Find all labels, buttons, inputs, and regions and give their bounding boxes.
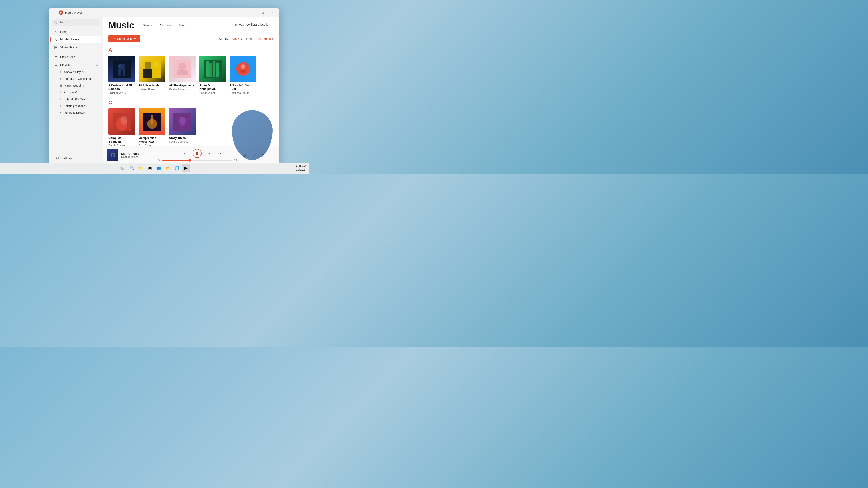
sidebar-item-video-label: Video library [60, 46, 77, 49]
progress-bar-area: 1:24 3:29 [156, 159, 239, 162]
taskbar-search[interactable]: 🔍 [128, 164, 136, 172]
sidebar-item-video-library[interactable]: ▣ Video library [50, 43, 101, 51]
play-pause-button[interactable]: ⏸ [193, 149, 202, 158]
next-button[interactable]: ⏭ [205, 150, 213, 157]
back-button[interactable]: ← [52, 9, 58, 16]
genre-filter[interactable]: Genre: All genres ∨ [246, 37, 274, 40]
album-card-all-arguments[interactable]: All The Arguments Ginger Teenager [169, 56, 196, 94]
shuffle-play-button[interactable]: ⇄ Shuffle & play [108, 35, 140, 42]
svg-rect-14 [177, 70, 188, 74]
queue-icon: ≡ [54, 55, 58, 59]
sidebar-item-pop-label: Pop Music Collection [64, 77, 91, 80]
genre-value: All genres [258, 37, 271, 40]
genre-label: Genre: [246, 37, 255, 40]
sidebar-item-play-queue[interactable]: ≡ Play queue [50, 53, 101, 61]
taskbar-teams[interactable]: 👥 [155, 164, 163, 172]
svg-point-23 [240, 70, 246, 73]
svg-rect-32 [180, 117, 185, 126]
svg-rect-3 [121, 65, 121, 66]
sidebar-item-music-label: Music library [60, 38, 79, 41]
content-title-area: Music Songs Albums Artists [108, 21, 191, 30]
album-artist-complete-strangers: Corbin Revival [108, 144, 135, 146]
album-name-complete-strangers: Complete Strangers [108, 136, 135, 144]
album-art-a-certain [108, 56, 135, 82]
now-playing-title: Manic Trust [121, 152, 153, 156]
svg-point-7 [121, 67, 123, 70]
tab-albums[interactable]: Albums [156, 22, 175, 29]
album-card-complete-strangers[interactable]: Complete Strangers Corbin Revival [108, 108, 135, 146]
taskbar-media[interactable]: ▶ [182, 164, 190, 172]
sidebar-item-settings[interactable]: ⚙ Settings [52, 154, 100, 162]
sidebar-item-settings-label: Settings [61, 157, 72, 160]
minimize-button[interactable]: — [249, 9, 258, 16]
album-name-all-i-have: All I Have Is Me [139, 84, 165, 87]
progress-fill [162, 160, 190, 161]
album-art-image-8 [169, 108, 196, 135]
svg-rect-6 [121, 70, 123, 76]
album-art-all-arguments [169, 56, 196, 82]
taskbar-right: 9:28 AM 10/6/21 [296, 165, 306, 171]
search-bar[interactable]: 🔍 [52, 20, 100, 26]
current-time: 1:24 [156, 159, 160, 162]
album-card-crazy-times[interactable]: Crazy Times Saving Gabrielle [169, 108, 196, 146]
taskbar-edge[interactable]: 🌐 [173, 164, 181, 172]
start-button[interactable]: ⊞ [119, 164, 127, 172]
sidebar-item-fantastic[interactable]: ♪ Fantastic Dream [50, 109, 101, 116]
page-title: Music [108, 21, 134, 30]
albums-row-a: A Certain Kind Of Emotion Flight of Venu… [108, 56, 274, 94]
sidebar-item-home[interactable]: ⌂ Home [50, 28, 101, 35]
previous-button[interactable]: ⏮ [182, 150, 189, 157]
sidebar-item-upbeat-label: Upbeat 80's Groove [64, 97, 90, 101]
sidebar-item-kims-wedding[interactable]: ▣ Kim's Wedding [50, 82, 101, 89]
album-card-all-i-have[interactable]: All I Have Is Me Kicking Gloves [139, 56, 165, 94]
sort-by-filter[interactable]: Sort by: A to Z ∨ [219, 37, 242, 40]
album-art-image-4 [199, 56, 226, 82]
sidebar-item-workout[interactable]: ♪ Workout Playlist [50, 69, 101, 75]
sort-by-value: A to Z [232, 37, 239, 40]
chevron-up-icon: ∧ [96, 63, 98, 66]
album-name-all-arguments: All The Arguments [169, 84, 196, 87]
maximize-button[interactable]: □ [258, 9, 267, 16]
sidebar-nav: ⌂ Home ♫ Music library ▣ Video library ≡ [49, 28, 103, 152]
playback-controls: ⇄ ⏮ ⏸ ⏭ ↻ [171, 149, 223, 158]
svg-point-13 [178, 63, 186, 71]
settings-icon: ⚙ [55, 156, 59, 160]
add-library-button[interactable]: ⊕ Add new library location [231, 21, 274, 28]
close-button[interactable]: ✕ [268, 9, 277, 16]
search-input[interactable] [59, 21, 98, 24]
album-art-compromise [139, 108, 165, 135]
album-card-ardor[interactable]: Ardor & Anticipation Pointlessknot [199, 56, 226, 94]
window-controls: — □ ✕ [249, 9, 277, 16]
album-card-a-certain[interactable]: A Certain Kind Of Emotion Flight of Venu… [108, 56, 135, 94]
svg-point-22 [241, 64, 245, 69]
album-artist-a-certain: Flight of Venus [108, 92, 135, 94]
sidebar-item-pop-music[interactable]: ♪ Pop Music Collection [50, 75, 101, 82]
taskbar-files[interactable]: 📂 [164, 164, 172, 172]
tab-songs[interactable]: Songs [140, 22, 156, 29]
shuffle-button[interactable]: ⇄ [171, 150, 178, 157]
sidebar-item-uplifting[interactable]: ♪ Uplifting Motions [50, 103, 101, 109]
progress-track[interactable] [162, 160, 232, 161]
section-a-letter: A [108, 47, 274, 53]
taskbar-date: 10/6/21 [296, 168, 305, 171]
taskbar-explorer[interactable]: 📁 [137, 164, 145, 172]
now-playing-art: 🎵 [107, 149, 119, 161]
album-artist-ardor: Pointlessknot [199, 92, 226, 94]
album-art-complete-strangers [108, 108, 135, 135]
sidebar-item-music-library[interactable]: ♫ Music library [50, 36, 101, 43]
album-name-ardor: Ardor & Anticipation [199, 84, 226, 91]
album-card-compromise[interactable]: Compromise Moves Fast Pete Brown [139, 108, 165, 146]
sidebar-item-enjoy-pop[interactable]: ♪ ✦ Enjoy Pop [50, 89, 101, 96]
repeat-button[interactable]: ↻ [216, 150, 223, 157]
playlists-section-header[interactable]: ≡ Playlists ∧ [50, 61, 101, 68]
album-card-touch-punk[interactable]: A Touch Of Your Punk Compass Tribute [230, 56, 256, 94]
album-art-all-i-have [139, 56, 165, 82]
tab-artists[interactable]: Artists [175, 22, 191, 29]
svg-rect-29 [151, 115, 153, 124]
sidebar-item-upbeat[interactable]: ♪ Upbeat 80's Groove [50, 96, 101, 102]
taskbar-store[interactable]: ▣ [146, 164, 154, 172]
sidebar-bottom: ⚙ Settings [49, 152, 103, 164]
svg-rect-19 [216, 63, 219, 77]
album-art-image-3 [169, 56, 196, 82]
more-options-button[interactable]: ⋯ [269, 152, 276, 159]
